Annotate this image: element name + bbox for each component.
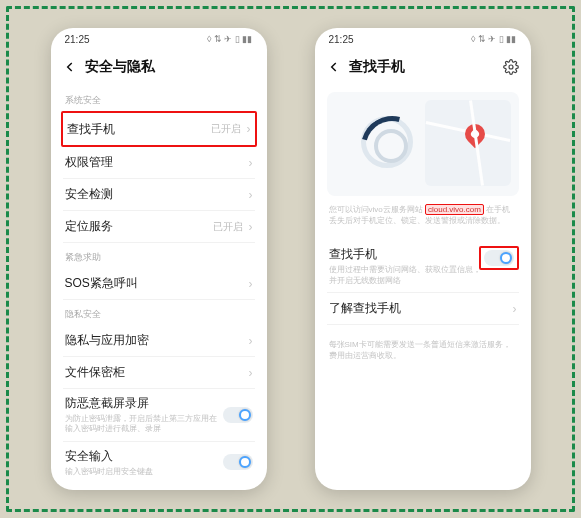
find-phone-content: 您可以访问vivo云服务网站 cloud.vivo.com 在手机丢失后对手机定… [315, 86, 531, 490]
back-icon[interactable] [327, 60, 341, 74]
row-label: 安全输入 [65, 448, 223, 465]
row-sos[interactable]: SOS紧急呼叫 › [63, 268, 255, 300]
back-icon[interactable] [63, 60, 77, 74]
row-label: 隐私与应用加密 [65, 332, 149, 349]
row-permissions[interactable]: 权限管理 › [63, 147, 255, 179]
chevron-right-icon: › [249, 156, 253, 170]
row-file-safe[interactable]: 文件保密柜 › [63, 357, 255, 389]
gear-icon[interactable] [503, 59, 519, 75]
row-anti-capture[interactable]: 防恶意截屏录屏 为防止密码泄露，开启后禁止第三方应用在输入密码时进行截屏、录屏 [63, 389, 255, 442]
svg-point-0 [509, 65, 513, 69]
radar-ring-icon [361, 116, 413, 168]
page-title: 查找手机 [349, 58, 495, 76]
row-desc: 输入密码时启用安全键盘 [65, 467, 223, 477]
phone-right: 21:25 ◊ ⇅ ✈ ▯ ▮▮ 查找手机 您可以访问vivo云服务网站 clo… [315, 28, 531, 490]
hero-illustration [327, 92, 519, 196]
toggle-find-phone[interactable] [484, 250, 514, 266]
row-desc: 为防止密码泄露，开启后禁止第三方应用在输入密码时进行截屏、录屏 [65, 414, 223, 435]
row-label: SOS紧急呼叫 [65, 275, 138, 292]
section-emergency: 紧急求助 [65, 251, 255, 264]
row-label: 防恶意截屏录屏 [65, 395, 223, 412]
highlight-toggle [479, 246, 519, 270]
row-security-scan[interactable]: 安全检测 › [63, 179, 255, 211]
row-desc: 使用过程中需要访问网络、获取位置信息，并开启无线数据网络 [329, 265, 481, 286]
settings-list: 系统安全 查找手机 已开启 › 权限管理 › 安全检测 › 定位服 [51, 86, 267, 490]
status-time: 21:25 [65, 34, 90, 45]
row-label: 定位服务 [65, 218, 113, 235]
map-pin-icon [460, 120, 488, 148]
chevron-right-icon: › [513, 302, 517, 316]
statusbar: 21:25 ◊ ⇅ ✈ ▯ ▮▮ [51, 28, 267, 50]
row-location[interactable]: 定位服务 已开启 › [63, 211, 255, 243]
row-label: 安全检测 [65, 186, 113, 203]
chevron-right-icon: › [249, 366, 253, 380]
row-app-encrypt[interactable]: 隐私与应用加密 › [63, 325, 255, 357]
page-title: 安全与隐私 [85, 58, 255, 76]
phones-container: 21:25 ◊ ⇅ ✈ ▯ ▮▮ 安全与隐私 系统安全 查找手机 已开启 › [0, 0, 581, 518]
highlight-find-phone: 查找手机 已开启 › [61, 111, 257, 147]
status-time: 21:25 [329, 34, 354, 45]
toggle-anti-capture[interactable] [223, 407, 253, 423]
header: 查找手机 [315, 50, 531, 86]
chevron-right-icon: › [249, 188, 253, 202]
row-find-phone-toggle[interactable]: 查找手机 使用过程中需要访问网络、获取位置信息，并开启无线数据网络 [327, 236, 519, 293]
row-learn-find-phone[interactable]: 了解查找手机 › [327, 293, 519, 325]
intro-url-highlight[interactable]: cloud.vivo.com [425, 204, 484, 215]
status-icons: ◊ ⇅ ✈ ▯ ▮▮ [207, 34, 252, 44]
row-label: 查找手机 [67, 121, 115, 138]
phone-left: 21:25 ◊ ⇅ ✈ ▯ ▮▮ 安全与隐私 系统安全 查找手机 已开启 › [51, 28, 267, 490]
status-icons: ◊ ⇅ ✈ ▯ ▮▮ [471, 34, 516, 44]
toggle-secure-input[interactable] [223, 454, 253, 470]
row-secure-input[interactable]: 安全输入 输入密码时启用安全键盘 [63, 442, 255, 483]
intro-a: 您可以访问vivo云服务网站 [329, 205, 423, 214]
chevron-right-icon: › [249, 220, 253, 234]
chevron-right-icon: › [249, 334, 253, 348]
row-label: 了解查找手机 [329, 300, 401, 317]
chevron-right-icon: › [249, 277, 253, 291]
chevron-right-icon: › [247, 122, 251, 136]
statusbar: 21:25 ◊ ⇅ ✈ ▯ ▮▮ [315, 28, 531, 50]
footnote: 每张SIM卡可能需要发送一条普通短信来激活服务，费用由运营商收取。 [327, 339, 519, 361]
map-illustration [425, 100, 511, 186]
row-label: 权限管理 [65, 154, 113, 171]
row-label: 查找手机 [329, 246, 481, 263]
row-value: 已开启 [211, 122, 241, 136]
row-find-phone[interactable]: 查找手机 已开启 › [65, 113, 253, 145]
row-label: 文件保密柜 [65, 364, 125, 381]
section-privacy: 隐私安全 [65, 308, 255, 321]
row-value: 已开启 [213, 220, 243, 234]
section-system-security: 系统安全 [65, 94, 255, 107]
intro-text: 您可以访问vivo云服务网站 cloud.vivo.com 在手机丢失后对手机定… [329, 204, 517, 226]
header: 安全与隐私 [51, 50, 267, 86]
